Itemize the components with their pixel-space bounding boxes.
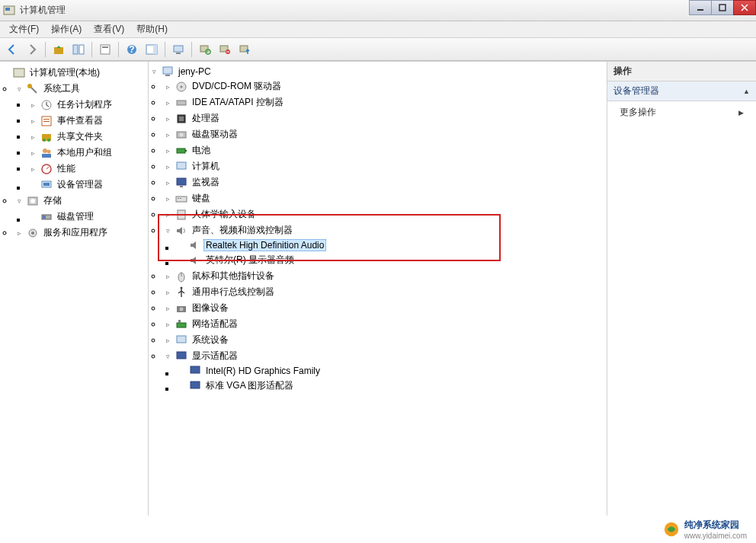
expander-icon[interactable]: ▹ [162,193,173,204]
expander-icon[interactable]: ▹ [14,228,24,238]
scan-hardware-button[interactable] [196,40,214,59]
monitor-node[interactable]: ▹监视器 [162,174,607,190]
disk-management-node[interactable]: 磁盘管理 [27,209,148,225]
expander-icon[interactable]: ▹ [27,116,38,126]
expander-icon[interactable]: ▹ [162,161,173,172]
properties-button[interactable] [96,40,114,59]
performance-node[interactable]: ▹性能 [27,161,148,177]
svg-point-28 [47,139,50,142]
more-actions-item[interactable]: 更多操作 ▶ [607,101,756,123]
uninstall-button[interactable] [216,40,234,59]
tree-label: 鼠标和其他指针设备 [190,269,277,283]
svg-rect-1 [5,8,10,11]
storage-node[interactable]: ▿ 存储 [14,193,148,209]
center-panel[interactable]: ▿ jeny-PC ▹DVD/CD-ROM 驱动器 ▹IDE ATA/ATAPI… [149,62,607,516]
show-hide-action-button[interactable] [143,40,161,59]
expander-icon[interactable]: ▹ [27,164,38,174]
expander-icon[interactable]: ▹ [27,148,38,158]
usb-icon [175,286,187,299]
expander-icon[interactable]: ▿ [162,225,173,236]
system-icon [175,334,187,347]
help-button[interactable]: ? [123,40,141,59]
menu-help[interactable]: 帮助(H) [130,21,174,37]
keyboard-icon [175,193,187,205]
monitor-icon [175,177,187,189]
menu-view[interactable]: 查看(V) [88,21,130,37]
computer-cat-node[interactable]: ▹计算机 [162,158,607,174]
local-users-node[interactable]: ▹本地用户和组 [27,145,148,161]
event-viewer-node[interactable]: ▹事件查看器 [27,113,148,129]
mouse-node[interactable]: ▹鼠标和其他指针设备 [162,268,607,284]
device-manager-node[interactable]: 设备管理器 [27,177,148,193]
system-tools-node[interactable]: ▿ 系统工具 [14,81,148,97]
expander-icon[interactable]: ▹ [162,287,173,298]
maximize-button[interactable] [711,0,734,15]
expander-icon[interactable]: ▹ [162,319,173,330]
computer-root-node[interactable]: ▿ jeny-PC [149,65,607,78]
expander-icon[interactable]: ▹ [162,303,173,314]
menu-file[interactable]: 文件(F) [3,21,45,37]
ide-node[interactable]: ▹IDE ATA/ATAPI 控制器 [162,94,607,110]
svg-point-27 [43,139,46,142]
expander-icon[interactable]: ▹ [162,177,173,188]
expander-icon[interactable]: ▿ [14,84,24,94]
tree-label: Realtek High Definition Audio [203,239,326,251]
expander-icon[interactable]: ▹ [162,209,173,220]
disk-drive-icon [175,129,187,141]
computer-icon-button[interactable] [169,40,187,59]
minimize-button[interactable] [689,0,712,15]
computer-icon [175,161,187,173]
actions-section[interactable]: 设备管理器 ▲ [607,81,756,101]
expander-icon[interactable]: ▹ [162,335,173,346]
expander-icon[interactable]: ▿ [149,66,159,77]
expander-icon[interactable]: ▿ [162,351,173,362]
imaging-node[interactable]: ▹图像设备 [162,300,607,316]
cpu-node[interactable]: ▹处理器 [162,110,607,126]
network-node[interactable]: ▹网络适配器 [162,316,607,332]
toolbar-separator [91,42,92,57]
left-panel[interactable]: 计算机管理(本地) ▿ 系统工具 ▹任务计划程序 ▹事件查看器 ▹共享文件夹 [0,62,149,516]
display-node[interactable]: ▿显示适配器 [162,348,607,364]
system-devices-node[interactable]: ▹系统设备 [162,332,607,348]
battery-node[interactable]: ▹电池 [162,142,607,158]
task-scheduler-node[interactable]: ▹任务计划程序 [27,97,148,113]
expander-icon[interactable]: ▹ [162,145,173,156]
expander-icon[interactable]: ▹ [162,81,173,92]
vga-node[interactable]: 标准 VGA 图形适配器 [176,378,607,394]
expander-icon[interactable]: ▹ [27,132,38,142]
realtek-audio-node[interactable]: Realtek High Definition Audio [176,238,607,252]
event-icon [40,115,53,127]
expander-icon[interactable]: ▹ [162,271,173,282]
shared-folders-node[interactable]: ▹共享文件夹 [27,129,148,145]
expander-icon[interactable]: ▹ [162,129,173,140]
close-button[interactable] [733,0,756,15]
sound-node[interactable]: ▿声音、视频和游戏控制器 [162,222,607,238]
tree-root[interactable]: 计算机管理(本地) [0,65,148,81]
back-button[interactable] [3,40,21,59]
svg-rect-58 [178,210,185,219]
hid-node[interactable]: ▹人体学输入设备 [162,206,607,222]
keyboard-node[interactable]: ▹键盘 [162,190,607,206]
intel-hd-node[interactable]: Intel(R) HD Graphics Family [176,364,607,378]
expander-icon[interactable]: ▹ [27,100,38,110]
menu-action[interactable]: 操作(A) [45,21,88,37]
action-label: 更多操作 [620,106,656,119]
tree-label: 系统工具 [41,81,82,96]
services-apps-node[interactable]: ▹ 服务和应用程序 [14,225,148,241]
update-driver-button[interactable] [235,40,254,59]
usb-node[interactable]: ▹通用串行总线控制器 [162,284,607,300]
tree-label: 显示适配器 [190,349,240,363]
toolbar-separator [118,42,119,57]
intel-audio-node[interactable]: 英特尔(R) 显示器音频 [176,252,607,268]
tree-label: 磁盘管理 [55,209,96,224]
up-folder-button[interactable] [50,40,68,59]
network-icon [175,318,187,331]
forward-button[interactable] [23,40,41,59]
expander-icon[interactable]: ▿ [14,196,24,206]
disk-drive-node[interactable]: ▹磁盘驱动器 [162,126,607,142]
dvd-node[interactable]: ▹DVD/CD-ROM 驱动器 [162,78,607,94]
expander-icon[interactable]: ▹ [162,97,173,108]
tree-label: 标准 VGA 图形适配器 [203,379,296,393]
expander-icon[interactable]: ▹ [162,113,173,124]
show-hide-tree-button[interactable] [69,40,88,59]
